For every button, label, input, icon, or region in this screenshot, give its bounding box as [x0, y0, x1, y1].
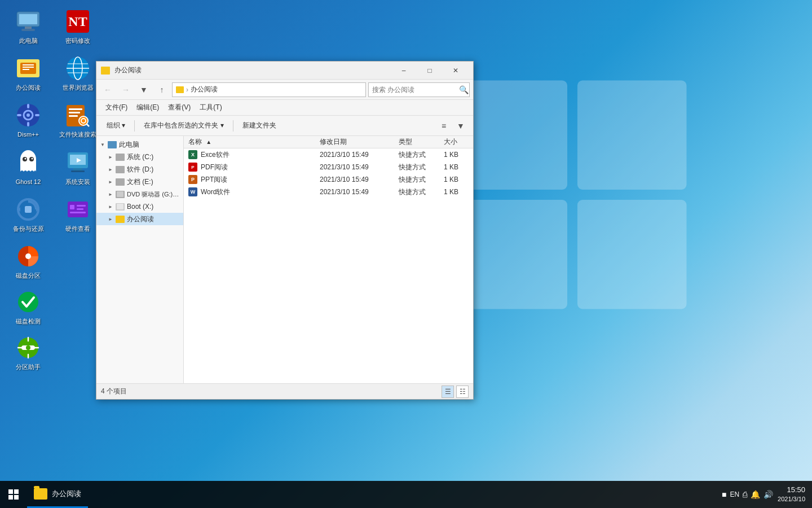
svg-rect-5: [19, 14, 37, 24]
organize-button[interactable]: 组织 ▾: [101, 119, 131, 133]
col-size[interactable]: 大小: [439, 137, 473, 147]
title-bar-folder-icon: [101, 67, 110, 75]
nav-bar: ← → ▼ ↑ › 办公阅读 🔍: [96, 80, 473, 100]
icon-partition-helper[interactable]: 分区助手: [6, 332, 51, 373]
svg-rect-42: [71, 170, 85, 172]
search-bar[interactable]: 🔍: [368, 82, 470, 97]
pdf-icon: P: [188, 163, 197, 172]
icon-dism[interactable]: Dism++: [6, 99, 51, 141]
svg-rect-24: [27, 122, 29, 126]
nav-label-office: 办公阅读: [127, 214, 154, 224]
nav-item-this-pc[interactable]: ▼ 此电脑: [96, 138, 183, 151]
address-bar[interactable]: › 办公阅读: [172, 82, 366, 97]
icon-file-search[interactable]: 文件快速搜索: [55, 99, 100, 141]
taskbar-date: 2021/3/10: [778, 495, 805, 503]
drive-x-icon: [116, 203, 125, 211]
svg-rect-58: [8, 489, 13, 494]
icon-disk-partition[interactable]: 磁盘分区: [6, 240, 51, 282]
nav-item-drive-c[interactable]: ► 系统 (C:): [96, 151, 183, 163]
nav-item-drive-g[interactable]: ► DVD 驱动器 (G:) Wi: [96, 188, 183, 200]
view-icon: ≡: [442, 121, 446, 130]
maximize-button[interactable]: □: [417, 62, 443, 80]
minimize-button[interactable]: –: [391, 62, 417, 80]
icon-sys-install[interactable]: 系统安装: [55, 147, 100, 188]
new-folder-button[interactable]: 新建文件夹: [237, 119, 282, 133]
file-row-pdf[interactable]: P PDF阅读 2021/3/10 15:49 快捷方式 1 KB: [184, 161, 473, 173]
taskbar-clock[interactable]: 15:50 2021/3/10: [778, 485, 805, 504]
close-button[interactable]: ✕: [443, 62, 469, 80]
icon-ghost12[interactable]: Ghost 12: [6, 147, 51, 188]
view-dropdown-button[interactable]: ▼: [453, 118, 469, 134]
expand-arrow-d: ►: [108, 167, 113, 172]
windows-logo-watermark: [445, 68, 699, 322]
start-button[interactable]: [0, 481, 27, 508]
volume-icon[interactable]: 🔊: [764, 490, 773, 499]
nav-item-office-folder[interactable]: ► 办公阅读: [96, 213, 183, 225]
icon-office-read-label: 办公阅读: [16, 84, 41, 91]
desktop: 此电脑 NT 密码修改: [0, 0, 812, 508]
forward-button[interactable]: →: [118, 82, 134, 98]
icon-this-pc-label: 此电脑: [19, 37, 38, 45]
notification-icon[interactable]: 🔔: [751, 490, 760, 499]
item-count: 4 个项目: [101, 387, 127, 396]
view-button[interactable]: ≡: [436, 118, 452, 134]
folder-office-icon: [116, 216, 125, 223]
taskbar-window-label: 办公阅读: [52, 489, 81, 499]
recent-locations-button[interactable]: ▼: [136, 82, 152, 98]
expand-arrow-office: ►: [108, 216, 113, 222]
detail-view-button[interactable]: ☷: [456, 386, 469, 398]
search-input[interactable]: [372, 86, 457, 94]
drive-c-icon: [116, 154, 125, 161]
search-icon: 🔍: [459, 85, 469, 94]
toolbar-right: ≡ ▼: [436, 118, 469, 134]
content-area: ▼ 此电脑 ► 系统 (C:) ► 软件 (D:): [96, 136, 473, 383]
expand-arrow-e: ►: [108, 179, 113, 185]
svg-point-57: [26, 345, 30, 350]
icon-this-pc[interactable]: 此电脑: [6, 6, 51, 47]
nav-label-this-pc: 此电脑: [119, 140, 139, 150]
back-button[interactable]: ←: [100, 82, 116, 98]
file-row-word[interactable]: W Word软件 2021/3/10 15:49 快捷方式 1 KB: [184, 186, 473, 198]
icon-world-browser[interactable]: 世界浏览器: [55, 52, 100, 94]
menu-tools[interactable]: 工具(T): [195, 102, 226, 113]
icon-pwd-modify[interactable]: NT 密码修改: [55, 6, 100, 47]
icon-pwd-modify-label: 密码修改: [65, 37, 90, 45]
expand-arrow-c: ►: [108, 154, 113, 160]
icon-backup-restore[interactable]: 备份与还原: [6, 194, 51, 235]
icon-disk-check[interactable]: 磁盘检测: [6, 286, 51, 327]
icon-hw-check-label: 硬件查看: [65, 225, 90, 233]
svg-rect-29: [69, 112, 80, 113]
svg-line-32: [86, 124, 89, 126]
include-library-button[interactable]: 在库中包含所选的文件夹 ▾: [138, 119, 229, 133]
col-modified[interactable]: 修改日期: [315, 137, 394, 147]
svg-rect-25: [17, 114, 21, 116]
status-bar: 4 个项目 ☰ ☷: [96, 383, 473, 399]
address-path: 办公阅读: [191, 85, 218, 94]
menu-view[interactable]: 查看(V): [164, 102, 195, 113]
file-row-excel[interactable]: X Exce软件 2021/3/10 15:49 快捷方式 1 KB: [184, 148, 473, 161]
nav-item-drive-d[interactable]: ► 软件 (D:): [96, 163, 183, 176]
file-pane: 名称 ▲ 修改日期 类型 大小 X: [184, 136, 473, 383]
language-icon[interactable]: EN: [730, 491, 739, 498]
file-row-ppt[interactable]: P PPT阅读 2021/3/10 15:49 快捷方式 1 KB: [184, 173, 473, 186]
nav-item-drive-e[interactable]: ► 文档 (E:): [96, 176, 183, 188]
icon-office-read[interactable]: 办公阅读: [6, 52, 51, 94]
nav-item-drive-x[interactable]: ► Boot (X:): [96, 200, 183, 213]
menu-file[interactable]: 文件(F): [101, 102, 132, 113]
svg-point-37: [25, 157, 27, 159]
menu-edit[interactable]: 编辑(E): [132, 102, 164, 113]
svg-rect-1: [577, 81, 687, 190]
file-type-excel: 快捷方式: [394, 150, 439, 160]
col-name[interactable]: 名称 ▲: [184, 137, 315, 147]
svg-point-38: [32, 157, 33, 159]
file-modified-pdf: 2021/3/10 15:49: [315, 163, 394, 171]
taskbar-office-item[interactable]: 办公阅读: [27, 481, 88, 508]
svg-rect-50: [77, 208, 83, 210]
up-button[interactable]: ↑: [154, 82, 170, 98]
icon-world-browser-label: 世界浏览器: [63, 84, 94, 91]
svg-rect-46: [25, 206, 32, 213]
list-view-button[interactable]: ☰: [442, 386, 454, 398]
icon-hw-check[interactable]: 硬件查看: [55, 194, 100, 235]
col-type[interactable]: 类型: [394, 137, 439, 147]
toolbar-separator-1: [134, 120, 135, 132]
